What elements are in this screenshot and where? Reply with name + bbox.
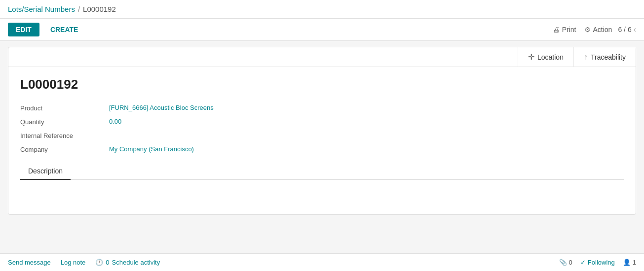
toolbar: EDIT CREATE 🖨 Print ⚙ Action 6 / 6 ‹ [0, 19, 644, 41]
quantity-label: Quantity [20, 118, 109, 126]
breadcrumb-parent[interactable]: Lots/Serial Numbers [8, 5, 75, 13]
following-button[interactable]: ✓ Following [580, 259, 615, 266]
schedule-activity-count: 0 [106, 259, 109, 266]
print-button[interactable]: 🖨 Print [553, 26, 576, 34]
quantity-value[interactable]: 0.00 [109, 118, 121, 125]
gear-icon: ⚙ [584, 26, 591, 34]
traceability-button[interactable]: ↑ Traceability [573, 47, 636, 67]
record-card: ✛ Location ↑ Traceability L0000192 Produ… [8, 47, 636, 215]
tabs-bar: Description [20, 163, 624, 180]
followers-stat: 👤 1 [623, 259, 636, 266]
breadcrumb-current: L0000192 [83, 5, 116, 13]
breadcrumb-bar: Lots/Serial Numbers / L0000192 [0, 0, 644, 19]
location-button[interactable]: ✛ Location [518, 47, 573, 67]
attachment-stat: 📎 0 [559, 259, 572, 266]
main-content: ✛ Location ↑ Traceability L0000192 Produ… [0, 41, 644, 248]
pagination: 6 / 6 ‹ [618, 25, 636, 34]
pagination-prev[interactable]: ‹ [634, 25, 636, 34]
location-icon: ✛ [528, 52, 534, 62]
lot-number: L0000192 [20, 77, 624, 92]
card-body: L0000192 Product [FURN_6666] Acoustic Bl… [8, 67, 636, 214]
action-button[interactable]: ⚙ Action [584, 26, 612, 34]
quantity-field-row: Quantity 0.00 [20, 118, 624, 126]
check-icon: ✓ [580, 259, 586, 266]
internal-ref-field-row: Internal Reference [20, 132, 624, 139]
paperclip-icon: 📎 [559, 259, 567, 266]
create-button[interactable]: CREATE [45, 23, 83, 36]
internal-ref-label: Internal Reference [20, 132, 109, 139]
bottom-right: 📎 0 ✓ Following 👤 1 [559, 259, 636, 266]
company-value[interactable]: My Company (San Francisco) [109, 145, 194, 153]
clock-icon: 🕐 [95, 259, 103, 266]
edit-button[interactable]: EDIT [8, 23, 39, 36]
company-field-row: Company My Company (San Francisco) [20, 145, 624, 153]
tab-description-content [20, 180, 624, 204]
product-label: Product [20, 104, 109, 112]
tab-description[interactable]: Description [20, 163, 71, 180]
user-icon: 👤 [623, 259, 631, 266]
company-label: Company [20, 145, 109, 153]
print-icon: 🖨 [553, 26, 560, 34]
product-value[interactable]: [FURN_6666] Acoustic Bloc Screens [109, 104, 214, 111]
breadcrumb-separator: / [78, 5, 80, 13]
traceability-icon: ↑ [584, 53, 588, 62]
schedule-activity-button[interactable]: 🕐 0 Schedule activity [95, 259, 160, 266]
card-header: ✛ Location ↑ Traceability [8, 47, 636, 67]
log-note-button[interactable]: Log note [61, 259, 86, 266]
toolbar-actions: 🖨 Print ⚙ Action [553, 26, 612, 34]
bottom-bar: Send message Log note 🕐 0 Schedule activ… [0, 253, 644, 271]
product-field-row: Product [FURN_6666] Acoustic Bloc Screen… [20, 104, 624, 112]
send-message-button[interactable]: Send message [8, 259, 51, 266]
